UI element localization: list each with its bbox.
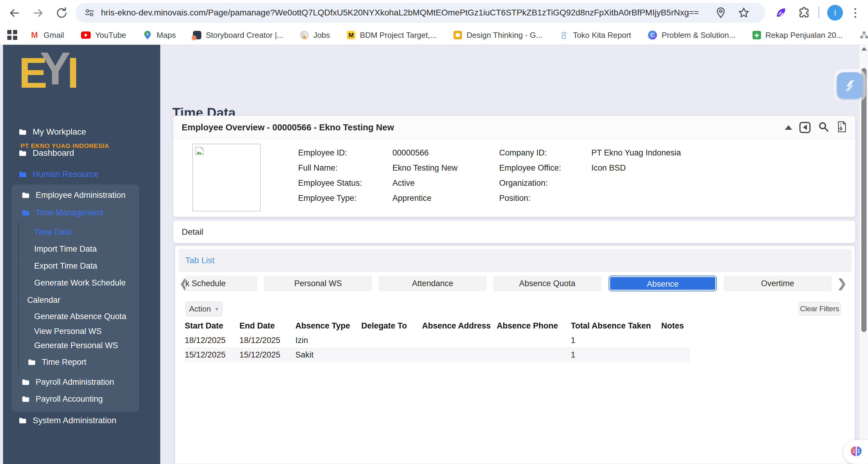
location-pin-icon[interactable] [715,7,727,19]
sidebar-item-import-time-data[interactable]: Import Time Data [34,244,97,254]
tab-list-strip: Tab List [179,249,852,272]
scrollbar-thumb[interactable] [861,68,867,332]
sidebar-item-payroll-administration[interactable]: Payroll Administration [21,377,114,387]
column-header[interactable]: Notes [661,319,690,333]
sidebar-item-employee-administration[interactable]: Employee Administration [21,191,125,200]
site-settings-icon[interactable] [84,7,96,19]
search-icon[interactable] [818,121,829,134]
sidebar-item-generate-personal-ws[interactable]: Generate Personal WS [34,341,118,350]
bookmark-maps[interactable]: Maps [143,31,176,40]
bookmark-gmail[interactable]: M Gmail [30,31,64,40]
tab-work-schedule[interactable]: k Schedule [185,276,257,291]
sidebar-item-time-report[interactable]: Time Report [27,357,87,367]
sidebar-item-my-workplace[interactable]: My Workplace [18,127,86,137]
bookmark-design-thinking[interactable]: Design Thinking - G... [454,31,542,40]
profile-avatar[interactable]: I [827,5,843,21]
column-header[interactable]: Delegate To [361,319,422,333]
column-header[interactable]: Start Date [185,319,240,333]
caret-down-icon: ▼ [215,307,219,312]
sidebar-item-time-management[interactable]: Time Management [21,208,103,218]
sidebar-item-time-data[interactable]: Time Data [34,228,72,237]
extension-badge-icon[interactable] [774,5,788,19]
scrollbar-up-arrow[interactable] [861,47,867,51]
sidebar-item-label: Generate Absence Quota [34,312,126,321]
url-text[interactable]: hris-ekno-dev.minovais.com/Page/pamanage… [101,3,742,23]
column-header[interactable]: End Date [240,319,296,333]
bookmark-diagramstruktur[interactable]: diagramstruktur.dra... [860,31,868,40]
bookmark-bdm-project[interactable]: M BDM Project Target,... [347,31,437,40]
sidebar-item-generate-absence-quota[interactable]: Generate Absence Quota [34,312,126,321]
sidebar-item-system-administration[interactable]: System Administration [18,415,116,425]
tab-absence[interactable]: Absence [609,276,717,291]
detail-panel: Detail [173,220,856,243]
apps-grid-icon[interactable] [7,30,17,40]
bookmark-youtube[interactable]: YouTube [81,31,126,40]
tab-attendance[interactable]: Attendance [378,276,487,291]
bookmarks-bar: M Gmail YouTube Maps Storyboard Creator … [0,26,868,45]
sidebar-item-human-resource[interactable]: Human Resource [18,169,99,179]
column-header[interactable]: Absence Type [296,319,361,333]
bookmark-label: Design Thinking - G... [466,31,542,40]
page-scrollbar[interactable] [860,45,868,464]
folder-icon [21,395,31,403]
web-page: E Y I PT EKNO YUAG INDONESIA My Workplac… [0,45,868,464]
url-bar[interactable]: hris-ekno-dev.minovais.com/Page/pamanage… [75,3,766,23]
brain-extension-widget[interactable] [843,440,868,464]
folder-icon [21,191,31,199]
folder-icon [21,209,31,217]
back-icon[interactable] [7,5,22,21]
export-file-icon[interactable] [837,121,847,134]
table-row[interactable]: 15/12/2025 15/12/2025 Sakit 1 [185,348,690,362]
cell-absence-address [422,333,497,348]
tab-personal-ws[interactable]: Personal WS [264,276,372,291]
field-label: Organization: [499,178,548,188]
bookmark-jobs[interactable]: Jobs [300,31,330,40]
column-header[interactable]: Absence Address [422,319,497,333]
bookmark-toko-kita[interactable]: Toko Kita Report [559,31,631,40]
sidebar-item-label: System Administration [33,415,116,425]
sidebar-item-label: My Workplace [33,127,86,137]
tab-absence-quota[interactable]: Absence Quota [493,276,601,291]
sidebar-item-payroll-accounting[interactable]: Payroll Accounting [21,395,103,404]
sidebar-item-generate-work-schedule[interactable]: Generate Work Schedule [34,278,126,288]
tabs-scroll-right-icon[interactable]: ❯ [836,276,848,291]
sidebar-item-calendar[interactable]: Calendar [27,295,60,305]
bookmark-storyboard[interactable]: Storyboard Creator |... [193,31,284,40]
sidebar-item-view-personal-ws[interactable]: View Personal WS [34,327,101,336]
cell-end-date: 15/12/2025 [240,348,296,362]
table-row[interactable]: 18/12/2025 18/12/2025 Izin 1 [185,333,690,348]
panel-back-icon[interactable] [799,122,811,133]
cell-start-date: 18/12/2025 [185,333,240,348]
bookmark-problem-solution[interactable]: C Problem & Solution... [648,31,735,40]
field-value: Ekno Testing New [393,163,458,173]
collapse-icon[interactable] [785,125,792,130]
tab-list-title[interactable]: Tab List [185,249,215,272]
bookmark-rekap-penjualan[interactable]: Rekap Penjualan 20... [752,31,843,40]
forward-icon[interactable] [30,5,46,21]
avatar-initial: I [834,8,836,18]
sidebar-item-dashboard[interactable]: Dashboard [18,148,74,158]
sidebar-item-label: Time Data [34,228,72,237]
clear-filters-button[interactable]: Clear Filters [799,302,841,316]
cell-absence-type: Izin [296,333,361,348]
field-label: Company ID: [499,148,547,158]
column-header[interactable]: Total Absence Taken [571,319,661,333]
folder-icon [18,170,28,178]
column-header[interactable]: Absence Phone [497,319,571,333]
cell-delegate-to [361,348,422,362]
slides-favicon [454,31,462,39]
detail-title: Detail [182,221,204,243]
employee-overview-panel: Employee Overview - 00000566 - Ekno Test… [173,116,856,217]
extensions-puzzle-icon[interactable] [797,6,810,19]
cell-absence-type: Sakit [296,348,361,362]
cell-start-date: 15/12/2025 [185,348,240,362]
tab-overtime[interactable]: Overtime [723,276,832,291]
submenu-guide-line [18,223,19,374]
sidebar-item-export-time-data[interactable]: Export Time Data [34,261,97,271]
action-button[interactable]: Action ▼ [186,301,222,316]
menu-kebab-icon[interactable] [852,5,859,21]
reload-icon[interactable] [54,5,69,21]
floating-assistant-button[interactable] [837,72,863,99]
bookmark-star-icon[interactable] [738,7,750,19]
field-label: Position: [499,193,531,203]
